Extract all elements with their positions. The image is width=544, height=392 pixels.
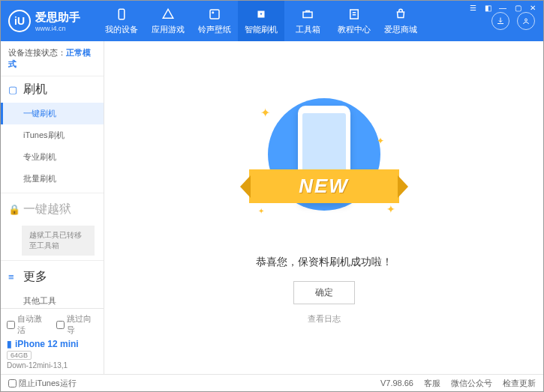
success-illustration: ✦ ✦ ✦ ✦ NEW <box>242 91 407 241</box>
wallpaper-icon <box>207 7 222 22</box>
tree-item[interactable]: 批量刷机 <box>1 168 104 190</box>
confirm-button[interactable]: 确定 <box>293 281 355 304</box>
tree-item[interactable]: 一键刷机 <box>1 103 104 124</box>
update-link[interactable]: 检查更新 <box>503 378 536 389</box>
logo-icon: iU <box>8 10 31 32</box>
flash-icon <box>254 7 269 22</box>
tree-item[interactable]: 专业刷机 <box>1 146 104 168</box>
storage-badge: 64GB <box>7 351 32 360</box>
minimize-icon[interactable]: — <box>497 2 509 13</box>
nav-store[interactable]: 爱思商城 <box>377 1 424 41</box>
group-icon: ▢ <box>8 84 19 95</box>
window-titlebar: ☰ ◧ — ▢ ✕ <box>462 1 543 14</box>
tree-group-head[interactable]: 🔒一键越狱 <box>1 196 104 223</box>
svg-point-6 <box>525 19 527 21</box>
tree-group-head[interactable]: ▢刷机 <box>1 76 104 103</box>
main-content: ✦ ✦ ✦ ✦ NEW 恭喜您，保资料刷机成功啦！ 确定 查看日志 <box>104 41 543 374</box>
nav-label: 工具箱 <box>296 24 320 35</box>
device-icon <box>114 7 129 22</box>
skin-icon[interactable]: ◧ <box>482 2 494 13</box>
toolbox-icon <box>300 7 315 22</box>
tree-group-head[interactable]: ≡更多 <box>1 264 104 290</box>
version-label: V7.98.66 <box>380 379 413 388</box>
nav-toolbox[interactable]: 工具箱 <box>284 1 331 41</box>
tree-note: 越狱工具已转移至工具箱 <box>22 226 95 256</box>
nav-label: 铃声壁纸 <box>198 24 231 35</box>
logo: iU 爱思助手 www.i4.cn <box>1 10 98 32</box>
nav-label: 教程中心 <box>338 24 371 35</box>
auto-activate-checkbox[interactable]: 自动激活 <box>7 313 49 336</box>
nav-label: 智能刷机 <box>245 24 278 35</box>
support-link[interactable]: 客服 <box>424 378 440 389</box>
block-itunes-checkbox[interactable]: 阻止iTunes运行 <box>8 378 77 389</box>
menu-icon[interactable]: ☰ <box>467 2 479 13</box>
view-log-link[interactable]: 查看日志 <box>308 313 341 325</box>
maximize-icon[interactable]: ▢ <box>512 2 524 13</box>
ribbon-text: NEW <box>299 175 349 198</box>
apps-icon <box>161 7 176 22</box>
download-button[interactable] <box>491 12 509 30</box>
footer: 阻止iTunes运行 V7.98.66 客服 微信公众号 检查更新 <box>1 374 543 391</box>
sidebar: 设备连接状态：正常模式 ▢刷机一键刷机iTunes刷机专业刷机批量刷机🔒一键越狱… <box>1 41 104 374</box>
account-button[interactable] <box>517 12 535 30</box>
svg-rect-1 <box>210 10 219 19</box>
nav-tutorial[interactable]: 教程中心 <box>331 1 377 41</box>
main-nav: 我的设备应用游戏铃声壁纸智能刷机工具箱教程中心爱思商城 <box>98 1 483 41</box>
success-message: 恭喜您，保资料刷机成功啦！ <box>256 256 392 269</box>
nav-label: 应用游戏 <box>152 24 185 35</box>
brand-name: 爱思助手 <box>35 10 80 25</box>
brand-url: www.i4.cn <box>35 25 80 32</box>
svg-point-2 <box>212 11 214 13</box>
device-name[interactable]: ▮ iPhone 12 mini <box>7 339 98 349</box>
tutorial-icon <box>347 7 362 22</box>
svg-rect-4 <box>303 12 312 18</box>
tree-item[interactable]: iTunes刷机 <box>1 124 104 146</box>
group-icon: 🔒 <box>8 204 19 215</box>
nav-device[interactable]: 我的设备 <box>98 1 145 41</box>
firmware-label: Down-12mini-13,1 <box>7 361 98 370</box>
tree-item[interactable]: 其他工具 <box>1 290 104 308</box>
nav-label: 爱思商城 <box>384 24 417 35</box>
close-icon[interactable]: ✕ <box>527 2 539 13</box>
store-icon <box>393 7 408 22</box>
group-icon: ≡ <box>8 271 19 283</box>
nav-label: 我的设备 <box>105 24 138 35</box>
svg-rect-0 <box>119 9 125 19</box>
wechat-link[interactable]: 微信公众号 <box>451 378 492 389</box>
nav-apps[interactable]: 应用游戏 <box>145 1 191 41</box>
nav-wallpaper[interactable]: 铃声壁纸 <box>191 1 238 41</box>
device-status: 设备连接状态：正常模式 <box>1 41 104 76</box>
nav-flash[interactable]: 智能刷机 <box>238 1 284 41</box>
skip-guide-checkbox[interactable]: 跳过向导 <box>56 313 98 336</box>
